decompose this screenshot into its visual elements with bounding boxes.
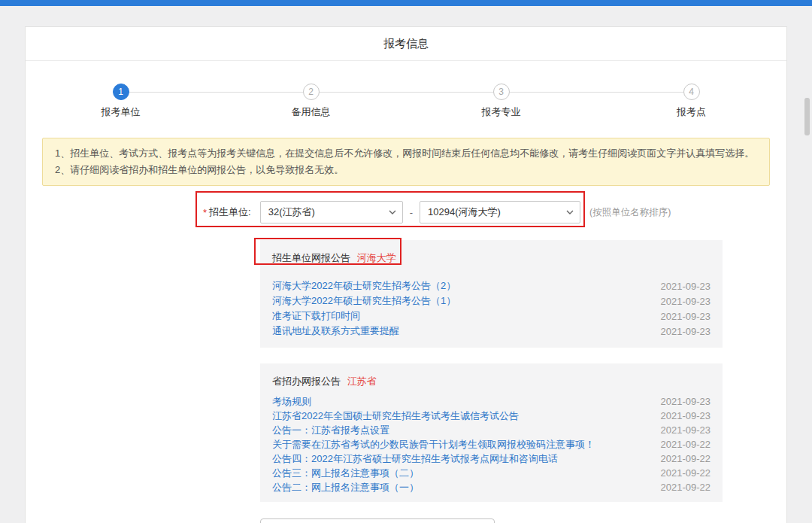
list-item: 江苏省2022年全国硕士研究生招生考试考生诚信考试公告 2021-09-23 xyxy=(272,409,710,423)
notice-link[interactable]: 关于需要在江苏省考试的少数民族骨干计划考生领取网报校验码注意事项！ xyxy=(272,438,595,452)
step-4-exam-site: 4 报考点 xyxy=(596,84,786,118)
list-item: 公告四：2022年江苏省硕士研究生招生考试报考点网址和咨询电话 2021-09-… xyxy=(272,452,710,466)
province-notices-title-highlight: 江苏省 xyxy=(347,376,377,387)
list-item: 河海大学2022年硕士研究生招考公告（2） 2021-09-23 xyxy=(272,278,710,293)
notice-date: 2021-09-23 xyxy=(661,396,711,407)
select-separator: - xyxy=(410,207,413,218)
notice-date: 2021-09-23 xyxy=(661,281,711,292)
unit-notices-panel: 招生单位网报公告 河海大学 河海大学2022年硕士研究生招考公告（2） 2021… xyxy=(260,240,723,348)
step-1-circle: 1 xyxy=(113,84,129,100)
province-notices-list: 考场规则 2021-09-23 江苏省2022年全国硕士研究生招生考试考生诚信考… xyxy=(272,394,710,494)
province-select[interactable]: 32(江苏省) xyxy=(260,201,403,223)
step-1-unit: 1 报考单位 xyxy=(26,84,216,118)
list-item: 公告一：江苏省报考点设置 2021-09-23 xyxy=(272,423,710,437)
step-3-label: 报考专业 xyxy=(406,105,596,118)
chevron-down-icon xyxy=(566,210,574,214)
step-2-backup-info: 2 备用信息 xyxy=(216,84,406,118)
top-bar xyxy=(0,0,812,6)
list-item: 准考证下载打印时间 2021-09-23 xyxy=(272,309,710,324)
step-2-label: 备用信息 xyxy=(216,105,406,118)
notice-link[interactable]: 公告四：2022年江苏省硕士研究生招生考试报考点网址和咨询电话 xyxy=(272,452,558,466)
list-item: 河海大学2022年硕士研究生招考公告（1） 2021-09-23 xyxy=(272,293,710,309)
next-section-partial xyxy=(260,518,495,523)
list-item: 通讯地址及联系方式重要提醒 2021-09-23 xyxy=(272,324,710,339)
list-item: 公告三：网上报名注意事项（二） 2021-09-22 xyxy=(272,466,710,480)
notice-link[interactable]: 江苏省2022年全国硕士研究生招生考试考生诚信考试公告 xyxy=(272,409,519,423)
notice-link[interactable]: 公告一：江苏省报考点设置 xyxy=(272,424,389,437)
step-3-major: 3 报考专业 xyxy=(406,84,596,118)
notice-link[interactable]: 考场规则 xyxy=(272,395,311,409)
page: 报考信息 1 报考单位 2 备用信息 3 报考专业 4 报考点 1、招生单位、考… xyxy=(0,0,812,523)
notice-date: 2021-09-23 xyxy=(661,424,711,436)
unit-form-row: * 招生单位: 32(江苏省) - 10294(河海大学) (按照单位名称排序) xyxy=(26,201,786,223)
sort-order-hint: (按照单位名称排序) xyxy=(589,206,671,219)
stepper: 1 报考单位 2 备用信息 3 报考专业 4 报考点 xyxy=(26,84,786,118)
unit-select-label: 招生单位: xyxy=(209,205,251,219)
notice-line-1: 1、招生单位、考试方式、报考点等为报考关键信息，在提交信息后不允许修改，网报时间… xyxy=(55,145,757,162)
scrollbar-thumb[interactable] xyxy=(804,98,810,135)
step-4-label: 报考点 xyxy=(596,105,786,118)
notice-date: 2021-09-22 xyxy=(661,467,711,479)
notice-date: 2021-09-22 xyxy=(661,482,711,493)
notice-link[interactable]: 准考证下载打印时间 xyxy=(272,309,360,323)
notice-date: 2021-09-22 xyxy=(661,439,711,450)
chevron-down-icon xyxy=(389,210,396,214)
step-3-circle: 3 xyxy=(493,84,510,100)
unit-notices-title-text: 招生单位网报公告 xyxy=(272,252,350,263)
notice-date: 2021-09-22 xyxy=(661,453,711,464)
unit-notices-title: 招生单位网报公告 河海大学 xyxy=(272,251,710,265)
list-item: 关于需要在江苏省考试的少数民族骨干计划考生领取网报校验码注意事项！ 2021-0… xyxy=(272,437,710,452)
application-info-card: 报考信息 1 报考单位 2 备用信息 3 报考专业 4 报考点 1、招生单位、考… xyxy=(25,26,787,523)
notice-date: 2021-09-23 xyxy=(661,326,711,337)
notice-line-2: 2、请仔细阅读省招办和招生单位的网报公告，以免导致报名无效。 xyxy=(55,162,757,178)
notice-box: 1、招生单位、考试方式、报考点等为报考关键信息，在提交信息后不允许修改，网报时间… xyxy=(42,138,770,186)
province-notices-title-text: 省招办网报公告 xyxy=(272,376,341,387)
notice-date: 2021-09-23 xyxy=(661,410,711,421)
unit-notices-title-highlight: 河海大学 xyxy=(357,252,396,263)
notice-link[interactable]: 公告三：网上报名注意事项（二） xyxy=(272,467,419,480)
list-item: 考场规则 2021-09-23 xyxy=(272,394,710,409)
list-item: 公告二：网上报名注意事项（一） 2021-09-22 xyxy=(272,480,710,494)
unit-select[interactable]: 10294(河海大学) xyxy=(420,201,580,223)
step-4-circle: 4 xyxy=(683,84,700,100)
unit-select-value: 10294(河海大学) xyxy=(428,205,501,219)
notice-link[interactable]: 河海大学2022年硕士研究生招考公告（1） xyxy=(272,294,456,308)
step-2-circle: 2 xyxy=(303,84,320,100)
province-select-value: 32(江苏省) xyxy=(268,205,315,219)
notice-date: 2021-09-23 xyxy=(661,311,711,322)
unit-notices-list: 河海大学2022年硕士研究生招考公告（2） 2021-09-23 河海大学202… xyxy=(272,278,710,339)
province-notices-panel: 省招办网报公告 江苏省 考场规则 2021-09-23 江苏省2022年全国硕士… xyxy=(260,363,723,502)
province-notices-title: 省招办网报公告 江苏省 xyxy=(272,374,710,388)
page-title: 报考信息 xyxy=(26,27,786,61)
notice-link[interactable]: 河海大学2022年硕士研究生招考公告（2） xyxy=(272,279,456,293)
step-1-label: 报考单位 xyxy=(26,105,216,118)
notice-link[interactable]: 公告二：网上报名注意事项（一） xyxy=(272,481,419,494)
required-mark: * xyxy=(203,207,207,218)
notice-date: 2021-09-23 xyxy=(661,296,711,307)
notice-link[interactable]: 通讯地址及联系方式重要提醒 xyxy=(272,324,399,338)
